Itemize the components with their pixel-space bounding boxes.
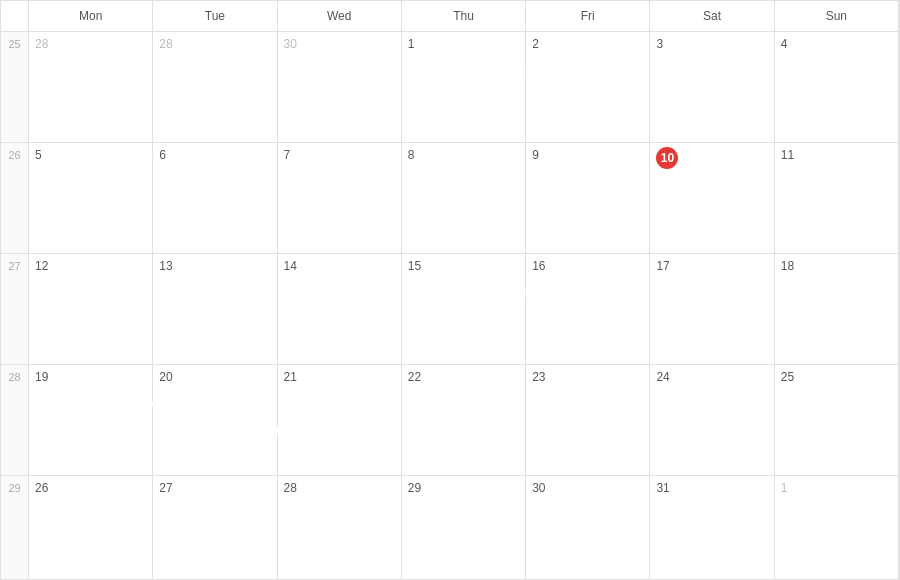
week-num-cell: 29 [1, 476, 29, 580]
calendar-body: 252828301234⚑Review promotional content2… [1, 32, 899, 580]
day-cell[interactable]: 4 [775, 32, 899, 142]
day-number: 24 [656, 370, 669, 384]
day-cell[interactable]: 1 [402, 32, 526, 142]
day-number: 22 [408, 370, 421, 384]
day-header: Thu [402, 1, 526, 31]
day-number: 30 [532, 481, 545, 495]
day-number: 11 [781, 148, 794, 162]
day-number: 1 [781, 481, 788, 495]
day-cell[interactable]: 11 [775, 143, 899, 253]
day-number: 25 [781, 370, 794, 384]
day-number: 5 [35, 148, 42, 162]
day-cell[interactable]: 17 [650, 254, 774, 364]
day-headers-row: MonTueWedThuFriSatSun [1, 1, 899, 32]
day-cell[interactable]: 9 [526, 143, 650, 253]
day-header: Sun [775, 1, 899, 31]
day-number: 20 [159, 370, 172, 384]
day-number: 23 [532, 370, 545, 384]
day-cell[interactable]: 22 [402, 365, 526, 475]
week-num-cell: 25 [1, 32, 29, 142]
week-row: 292627282930311 [1, 476, 899, 580]
day-number: 26 [35, 481, 48, 495]
week-num-cell: 28 [1, 365, 29, 475]
day-number: 13 [159, 259, 172, 273]
day-cell[interactable]: 19 [29, 365, 153, 475]
day-cell[interactable]: 6 [153, 143, 277, 253]
day-number: 19 [35, 370, 48, 384]
day-cell[interactable]: 31 [650, 476, 774, 580]
day-cell[interactable]: 8 [402, 143, 526, 253]
day-cell[interactable]: 28 [153, 32, 277, 142]
day-number: 28 [35, 37, 48, 51]
week-row: 2819202122232425✔Finalise target audienc… [1, 365, 899, 476]
day-number: 3 [656, 37, 663, 51]
day-cell[interactable]: 5 [29, 143, 153, 253]
day-cell[interactable]: 2 [526, 32, 650, 142]
day-cell[interactable]: 1 [775, 476, 899, 580]
day-cell[interactable]: 28 [278, 476, 402, 580]
day-number: 15 [408, 259, 421, 273]
day-header: Wed [278, 1, 402, 31]
day-number: 9 [532, 148, 539, 162]
day-number: 12 [35, 259, 48, 273]
day-number: 28 [284, 481, 297, 495]
day-cell[interactable]: 30 [278, 32, 402, 142]
week-num-header [1, 1, 29, 31]
week-row: 26567891011✔Promotion...⊞Digital summit✔… [1, 143, 899, 254]
day-header: Mon [29, 1, 153, 31]
day-number: 7 [284, 148, 291, 162]
day-number: 18 [781, 259, 794, 273]
day-number: 31 [656, 481, 669, 495]
day-cell[interactable]: 23 [526, 365, 650, 475]
day-cell[interactable]: 25 [775, 365, 899, 475]
calendar: MonTueWedThuFriSatSun 252828301234⚑Revie… [0, 0, 900, 580]
day-number: 27 [159, 481, 172, 495]
week-row: 2712131415161718⚑Monthly team...⊞Content… [1, 254, 899, 365]
day-header: Tue [153, 1, 277, 31]
day-cell[interactable]: 21 [278, 365, 402, 475]
day-cell[interactable]: 30 [526, 476, 650, 580]
day-number: 8 [408, 148, 415, 162]
day-header: Fri [526, 1, 650, 31]
day-cell[interactable]: 10 [650, 143, 774, 253]
day-number: 6 [159, 148, 166, 162]
day-cell[interactable]: 29 [402, 476, 526, 580]
day-number: 28 [159, 37, 172, 51]
day-number: 29 [408, 481, 421, 495]
day-number: 14 [284, 259, 297, 273]
day-number: 16 [532, 259, 545, 273]
day-cell[interactable]: 16 [526, 254, 650, 364]
day-cell[interactable]: 18 [775, 254, 899, 364]
day-number: 4 [781, 37, 788, 51]
day-cell[interactable]: 26 [29, 476, 153, 580]
day-number: 21 [284, 370, 297, 384]
day-cell[interactable]: 3 [650, 32, 774, 142]
day-cell[interactable]: 13 [153, 254, 277, 364]
day-cell[interactable]: 20 [153, 365, 277, 475]
day-number: 30 [284, 37, 297, 51]
week-row: 252828301234⚑Review promotional content [1, 32, 899, 143]
day-cell[interactable]: 15 [402, 254, 526, 364]
day-cell[interactable]: 7 [278, 143, 402, 253]
day-number: 10 [656, 147, 678, 169]
day-header: Sat [650, 1, 774, 31]
day-cell[interactable]: 12 [29, 254, 153, 364]
day-number: 1 [408, 37, 415, 51]
day-cell[interactable]: 14 [278, 254, 402, 364]
day-number: 2 [532, 37, 539, 51]
day-cell[interactable]: 24 [650, 365, 774, 475]
day-cell[interactable]: 27 [153, 476, 277, 580]
day-cell[interactable]: 28 [29, 32, 153, 142]
day-number: 17 [656, 259, 669, 273]
week-num-cell: 26 [1, 143, 29, 253]
week-num-cell: 27 [1, 254, 29, 364]
